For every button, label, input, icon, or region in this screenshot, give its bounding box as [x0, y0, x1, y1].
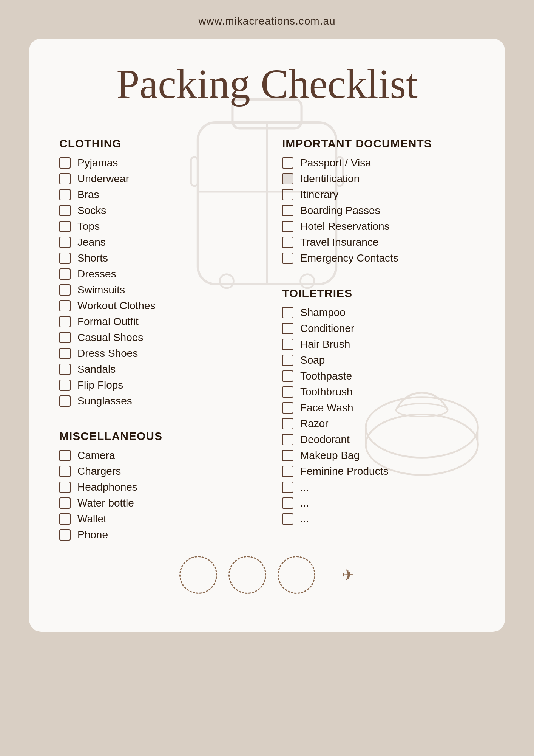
list-item: ...	[282, 513, 475, 525]
checkbox[interactable]	[282, 323, 293, 334]
item-label: Jeans	[77, 236, 106, 248]
checkbox[interactable]	[282, 237, 293, 248]
checkbox[interactable]	[282, 418, 293, 429]
item-label: Face Wash	[300, 402, 353, 414]
checkbox[interactable]	[282, 434, 293, 445]
list-item: Shorts	[59, 252, 252, 264]
checkbox[interactable]	[59, 348, 71, 359]
item-label: Tops	[77, 220, 100, 232]
docs-list: Passport / VisaIdentificationItineraryBo…	[282, 157, 475, 268]
list-item: Face Wash	[282, 402, 475, 414]
right-column: IMPORTANT DOCUMENTS Passport / VisaIdent…	[282, 126, 475, 545]
checkbox[interactable]	[282, 370, 293, 382]
checkbox[interactable]	[282, 355, 293, 366]
item-label: Wallet	[77, 513, 106, 525]
item-label: Travel Insurance	[300, 236, 379, 248]
item-label: Sunglasses	[77, 395, 132, 407]
list-item: Dresses	[59, 268, 252, 280]
checkbox[interactable]	[59, 205, 71, 216]
checkbox[interactable]	[59, 497, 71, 509]
checkbox[interactable]	[59, 253, 71, 264]
list-item: Formal Outfit	[59, 316, 252, 328]
checkbox[interactable]	[59, 450, 71, 461]
main-card: Packing Checklist CLOTHING PyjamasUnderw…	[29, 39, 505, 632]
checkbox[interactable]	[59, 513, 71, 525]
item-label: Itinerary	[300, 189, 338, 201]
checkbox[interactable]	[59, 221, 71, 232]
checkbox[interactable]	[282, 253, 293, 264]
list-item: Wallet	[59, 513, 252, 525]
checkbox[interactable]	[59, 529, 71, 541]
list-item: Swimsuits	[59, 284, 252, 296]
checkbox[interactable]	[282, 307, 293, 318]
checkbox[interactable]	[282, 205, 293, 216]
checkbox[interactable]	[282, 386, 293, 398]
checkbox[interactable]	[282, 513, 293, 525]
checkbox[interactable]	[59, 482, 71, 493]
item-label: Hair Brush	[300, 338, 350, 350]
checkbox[interactable]	[282, 339, 293, 350]
checkbox[interactable]	[59, 237, 71, 248]
checkbox[interactable]	[59, 173, 71, 184]
item-label: Shampoo	[300, 307, 346, 319]
item-label: Phone	[77, 529, 108, 541]
checkbox[interactable]	[59, 466, 71, 477]
checkbox[interactable]	[59, 284, 71, 296]
dashed-circle-3	[278, 556, 315, 594]
item-label: ...	[300, 481, 309, 493]
checkbox[interactable]	[59, 332, 71, 343]
misc-list: CameraChargersHeadphonesWater bottleWall…	[59, 449, 252, 545]
item-label: Boarding Passes	[300, 204, 380, 217]
checkbox[interactable]	[282, 450, 293, 461]
page-title: Packing Checklist	[59, 61, 475, 107]
item-label: Shorts	[77, 252, 108, 264]
misc-section-title: MISCELLANEOUS	[59, 430, 252, 443]
checkbox[interactable]	[59, 380, 71, 391]
clothing-section-title: CLOTHING	[59, 137, 252, 150]
checkbox[interactable]	[59, 268, 71, 280]
list-item: Jeans	[59, 236, 252, 248]
checkbox[interactable]	[59, 395, 71, 407]
checkbox[interactable]	[59, 300, 71, 311]
list-item: Underwear	[59, 173, 252, 185]
list-item: Flip Flops	[59, 379, 252, 391]
checkbox[interactable]	[59, 189, 71, 200]
item-label: Toothbrush	[300, 386, 353, 398]
item-label: Emergency Contacts	[300, 252, 398, 264]
list-item: Dress Shoes	[59, 347, 252, 359]
list-item: Sandals	[59, 363, 252, 375]
checkbox[interactable]	[282, 402, 293, 414]
list-item: Tops	[59, 220, 252, 232]
checkbox[interactable]	[59, 364, 71, 375]
item-label: Workout Clothes	[77, 300, 155, 312]
content-grid: CLOTHING PyjamasUnderwearBrasSocksTopsJe…	[59, 126, 475, 545]
item-label: Swimsuits	[77, 284, 125, 296]
checkbox[interactable]	[282, 466, 293, 477]
item-label: Makeup Bag	[300, 449, 360, 462]
list-item: Feminine Products	[282, 465, 475, 477]
list-item: ...	[282, 481, 475, 493]
toiletries-list: ShampooConditionerHair BrushSoapToothpas…	[282, 307, 475, 529]
item-label: Headphones	[77, 481, 137, 493]
plane-icon: ✈	[342, 566, 355, 584]
list-item: Boarding Passes	[282, 204, 475, 217]
checkbox[interactable]	[59, 157, 71, 169]
checkbox[interactable]	[282, 189, 293, 200]
item-label: Bras	[77, 189, 99, 201]
website-url: www.mikacreations.com.au	[198, 15, 335, 27]
item-label: Toothpaste	[300, 370, 352, 382]
title-area: Packing Checklist	[59, 61, 475, 107]
checkbox[interactable]	[282, 157, 293, 169]
checkbox[interactable]	[282, 497, 293, 509]
clothing-list: PyjamasUnderwearBrasSocksTopsJeansShorts…	[59, 157, 252, 411]
checkbox[interactable]	[282, 482, 293, 493]
list-item: Hotel Reservations	[282, 220, 475, 232]
checkbox[interactable]	[59, 316, 71, 327]
checkbox[interactable]	[282, 221, 293, 232]
list-item: ...	[282, 497, 475, 509]
item-label: Chargers	[77, 465, 121, 477]
dashed-circle-1	[179, 556, 217, 594]
list-item: Makeup Bag	[282, 449, 475, 462]
checkbox[interactable]	[282, 173, 293, 184]
left-column: CLOTHING PyjamasUnderwearBrasSocksTopsJe…	[59, 126, 252, 545]
